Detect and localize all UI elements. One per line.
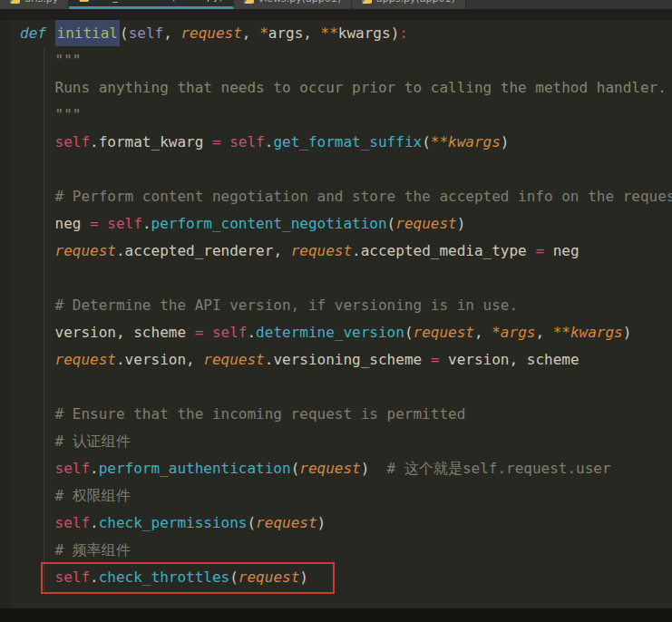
code-line-12: version, scheme = self.determine_version… bbox=[0, 319, 672, 346]
code-line-20: # 频率组件 bbox=[0, 537, 672, 564]
code-token: * bbox=[259, 24, 268, 42]
code-token: ** bbox=[321, 24, 338, 42]
code-token: accepted_media_type bbox=[361, 242, 536, 259]
editor-tab-0[interactable]: urls.py bbox=[0, 0, 69, 9]
editor-tab-1[interactable]: rest_framework(views.py) bbox=[69, 0, 233, 9]
code-token: version, scheme bbox=[55, 324, 195, 341]
code-line-2: """ bbox=[0, 47, 672, 74]
code-line-6 bbox=[0, 156, 672, 183]
python-file-icon bbox=[244, 0, 254, 4]
code-line-11: # Determine the API version, if versioni… bbox=[0, 292, 672, 319]
code-token: self bbox=[55, 569, 91, 586]
code-token: # Perform content negotiation and store … bbox=[55, 188, 672, 205]
code-token: self bbox=[55, 514, 91, 531]
code-token: self bbox=[55, 133, 91, 151]
code-token: request bbox=[256, 514, 317, 531]
code-line-14 bbox=[0, 374, 672, 401]
code-token: , bbox=[163, 24, 180, 42]
code-token bbox=[20, 569, 55, 586]
code-token bbox=[20, 52, 55, 69]
code-token: kwargs bbox=[570, 324, 623, 341]
code-token bbox=[20, 215, 55, 232]
code-token: request bbox=[239, 569, 299, 586]
code-token bbox=[20, 351, 55, 368]
code-token bbox=[46, 24, 55, 42]
python-file-icon bbox=[79, 0, 89, 2]
code-token: . bbox=[90, 133, 99, 151]
code-line-4: """ bbox=[0, 102, 672, 129]
code-token: neg bbox=[544, 242, 579, 259]
python-file-icon bbox=[362, 0, 372, 4]
ide-window: urls.pyrest_framework(views.py)views.py(… bbox=[0, 0, 672, 622]
code-editor[interactable]: def initial(self, request, *args, **kwar… bbox=[0, 20, 672, 622]
code-token: ( bbox=[229, 569, 239, 586]
code-line-8: neg = self.perform_content_negotiation(r… bbox=[0, 210, 672, 238]
code-token: accepted_renderer bbox=[125, 242, 274, 259]
code-token: versioning_scheme bbox=[273, 351, 430, 368]
editor-tab-bar: urls.pyrest_framework(views.py)views.py(… bbox=[0, 0, 672, 9]
code-token: . bbox=[90, 569, 99, 586]
code-line-1: def initial(self, request, *args, **kwar… bbox=[0, 20, 672, 47]
code-token: . bbox=[90, 514, 99, 531]
code-token: perform_content_negotiation bbox=[151, 215, 387, 232]
code-token: . bbox=[265, 351, 274, 368]
code-token: request bbox=[55, 242, 116, 259]
code-token: # 频率组件 bbox=[55, 541, 131, 559]
code-token: . bbox=[265, 133, 274, 151]
code-token: Runs anything that needs to occur prior … bbox=[55, 79, 667, 96]
code-token bbox=[20, 106, 55, 123]
code-token: self bbox=[212, 324, 248, 341]
tab-label: urls.py bbox=[24, 0, 58, 5]
code-token: * bbox=[492, 324, 501, 341]
code-token: , bbox=[303, 24, 320, 42]
code-token: request bbox=[299, 460, 360, 477]
code-token: args bbox=[501, 324, 536, 341]
editor-tab-2[interactable]: views.py(app01) bbox=[234, 0, 352, 9]
code-token: kwargs bbox=[338, 24, 391, 42]
code-token: ) bbox=[391, 24, 400, 42]
code-token: ( bbox=[120, 24, 129, 42]
code-token: # 这个就是self.request.user bbox=[387, 460, 611, 477]
code-token: initial bbox=[55, 20, 120, 46]
code-token: request bbox=[291, 242, 352, 259]
code-token: = bbox=[431, 351, 440, 368]
code-line-16: # 认证组件 bbox=[0, 428, 672, 455]
code-token: # 认证组件 bbox=[55, 432, 131, 450]
code-token: format_kwarg bbox=[99, 133, 212, 151]
code-token: ) bbox=[317, 514, 326, 531]
code-line-21: self.check_throttles(request) bbox=[0, 564, 672, 591]
code-token: # Ensure that the incoming request is pe… bbox=[55, 405, 466, 423]
code-token: ( bbox=[387, 215, 396, 232]
code-token: : bbox=[399, 24, 408, 42]
python-file-icon bbox=[10, 0, 20, 4]
code-token: determine_version bbox=[256, 324, 404, 341]
code-token bbox=[369, 460, 386, 477]
code-token: self bbox=[129, 24, 164, 42]
code-token: = bbox=[90, 215, 99, 232]
code-token: = bbox=[195, 324, 204, 341]
code-line-19: self.check_permissions(request) bbox=[0, 510, 672, 537]
code-token bbox=[20, 188, 55, 205]
code-token bbox=[99, 215, 108, 232]
code-token: . bbox=[90, 460, 99, 477]
code-token: # 权限组件 bbox=[55, 487, 131, 504]
code-token: version, scheme bbox=[439, 351, 579, 368]
code-line-9: request.accepted_renderer, request.accep… bbox=[0, 238, 672, 265]
editor-tab-3[interactable]: apps.py(app01) bbox=[352, 0, 466, 9]
code-token bbox=[20, 460, 55, 477]
code-line-3: Runs anything that needs to occur prior … bbox=[0, 74, 672, 102]
code-line-10 bbox=[0, 265, 672, 292]
code-token: """ bbox=[55, 106, 82, 123]
code-token: ) bbox=[501, 133, 510, 151]
code-token: check_throttles bbox=[99, 569, 230, 586]
code-token: request bbox=[395, 215, 456, 232]
bottom-panel-edge bbox=[0, 608, 672, 622]
code-token: neg bbox=[55, 215, 91, 232]
code-token: ( bbox=[291, 460, 300, 477]
code-line-17: self.perform_authentication(request) # 这… bbox=[0, 455, 672, 482]
code-token: perform_authentication bbox=[99, 460, 291, 477]
code-token bbox=[20, 405, 55, 423]
code-line-13: request.version, request.versioning_sche… bbox=[0, 346, 672, 374]
code-token: . bbox=[116, 242, 125, 259]
code-token: . bbox=[116, 351, 125, 368]
